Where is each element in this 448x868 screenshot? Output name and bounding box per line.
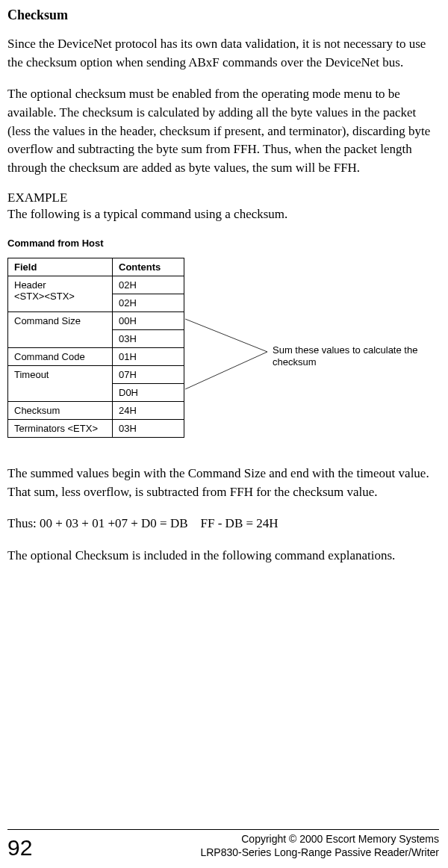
footer-right: Copyright © 2000 Escort Memory Systems L… — [200, 833, 439, 859]
table-wrap: Field Contents Header <STX><STX> 02H 02H… — [7, 258, 439, 438]
cell-contents: 03H — [113, 330, 184, 348]
table-caption: Command from Host — [7, 238, 439, 249]
paragraph-4: Thus: 00 + 03 + 01 +07 + D0 = DB FF - DB… — [7, 515, 439, 533]
cell-contents: 02H — [113, 294, 184, 312]
cell-contents: 02H — [113, 276, 184, 294]
svg-line-1 — [185, 352, 267, 389]
footer-copyright: Copyright © 2000 Escort Memory Systems — [200, 833, 439, 846]
cell-contents: 01H — [113, 348, 184, 366]
paragraph-2: The optional checksum must be enabled fr… — [7, 85, 439, 177]
section-title: Checksum — [7, 7, 439, 23]
page: Checksum Since the DeviceNet protocol ha… — [0, 0, 448, 868]
paragraph-5: The optional Checksum is included in the… — [7, 547, 439, 565]
cell-contents: D0H — [113, 384, 184, 402]
cell-field: Timeout — [8, 366, 113, 402]
table-row: Timeout 07H — [8, 366, 184, 384]
page-number: 92 — [7, 837, 32, 859]
table-row: Command Size 00H — [8, 312, 184, 330]
cell-field: Command Size — [8, 312, 113, 348]
example-label: EXAMPLE — [7, 190, 439, 205]
cell-contents: 00H — [113, 312, 184, 330]
paragraph-1: Since the DeviceNet protocol has its own… — [7, 35, 439, 72]
footer-product: LRP830-Series Long-Range Passive Reader/… — [200, 846, 439, 860]
table-row: Checksum 24H — [8, 402, 184, 420]
cell-text: Header <STX><STX> — [14, 279, 75, 302]
table-row: Terminators <ETX> 03H — [8, 420, 184, 438]
annotation-text: Sum these values to calculate the checks… — [273, 344, 422, 369]
command-table: Field Contents Header <STX><STX> 02H 02H… — [7, 258, 184, 438]
cell-field: Header <STX><STX> — [8, 276, 113, 312]
cell-field: Command Code — [8, 348, 113, 366]
table-row: Command Code 01H — [8, 348, 184, 366]
table-header-row: Field Contents — [8, 258, 184, 276]
cell-field: Terminators <ETX> — [8, 420, 113, 438]
th-field: Field — [8, 258, 113, 276]
page-footer: 92 Copyright © 2000 Escort Memory System… — [7, 829, 439, 859]
cell-field: Checksum — [8, 402, 113, 420]
cell-contents: 24H — [113, 402, 184, 420]
cell-contents: 03H — [113, 420, 184, 438]
table-row: Header <STX><STX> 02H — [8, 276, 184, 294]
th-contents: Contents — [113, 258, 184, 276]
svg-line-0 — [185, 319, 267, 352]
footer-divider — [7, 829, 439, 830]
cell-contents: 07H — [113, 366, 184, 384]
paragraph-3: The summed values begin with the Command… — [7, 465, 439, 501]
example-intro: The following is a typical command using… — [7, 205, 439, 224]
